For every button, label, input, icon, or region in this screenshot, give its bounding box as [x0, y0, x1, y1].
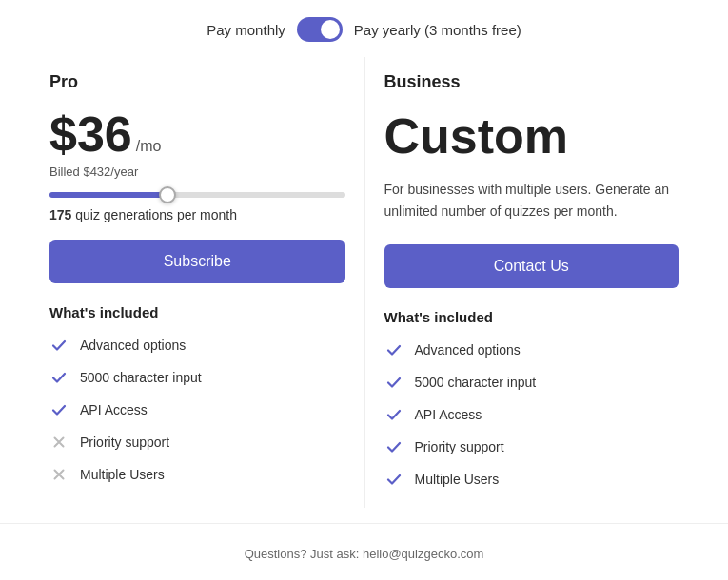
- toggle-thumb: [321, 20, 340, 39]
- pro-billed-row: Billed $432/year: [49, 164, 345, 179]
- billing-toggle[interactable]: [297, 17, 343, 42]
- feature-label: API Access: [415, 407, 482, 422]
- feature-label: 5000 character input: [415, 375, 537, 390]
- check-yes-icon: [384, 470, 403, 489]
- list-item: Multiple Users: [49, 465, 345, 484]
- subscribe-button[interactable]: Subscribe: [49, 240, 345, 283]
- feature-label: Priority support: [80, 435, 169, 450]
- list-item: Multiple Users: [384, 470, 679, 489]
- free-months-label: (3 months free): [424, 22, 521, 38]
- check-yes-icon: [49, 336, 69, 355]
- slider-fill: [49, 192, 167, 198]
- pro-feature-list: Advanced options 5000 character input AP…: [49, 336, 345, 484]
- business-plan-name: Business: [384, 72, 679, 92]
- pay-monthly-label: Pay monthly: [207, 22, 285, 38]
- pro-plan-column: Pro $36 /mo Billed $432/year 175 quiz ge…: [30, 57, 364, 508]
- quiz-slider[interactable]: [49, 192, 345, 198]
- toggle-track[interactable]: [297, 17, 343, 42]
- list-item: Advanced options: [384, 340, 679, 359]
- feature-label: Multiple Users: [80, 467, 165, 482]
- pro-plan-name: Pro: [49, 72, 345, 92]
- list-item: 5000 character input: [49, 368, 345, 387]
- feature-label: Priority support: [415, 439, 504, 454]
- pro-whats-included-title: What's included: [49, 304, 345, 320]
- feature-label: API Access: [80, 402, 148, 417]
- pricing-grid: Pro $36 /mo Billed $432/year 175 quiz ge…: [0, 57, 728, 508]
- billing-toggle-bar: Pay monthly Pay yearly (3 months free): [0, 0, 728, 57]
- slider-track: [49, 192, 345, 198]
- list-item: Priority support: [384, 437, 679, 456]
- check-yes-icon: [384, 340, 403, 359]
- check-yes-icon: [384, 373, 403, 392]
- check-yes-icon: [49, 400, 69, 419]
- pro-price-amount: $36: [49, 109, 132, 159]
- footer-note: Questions? Just ask: hello@quizgecko.com: [0, 523, 728, 580]
- check-no-icon: [49, 433, 69, 452]
- pro-price-period: /mo: [136, 138, 162, 155]
- business-custom-price: Custom: [384, 109, 679, 164]
- list-item: API Access: [384, 405, 679, 424]
- business-plan-column: Business Custom For businesses with mult…: [364, 57, 698, 508]
- list-item: Advanced options: [49, 336, 345, 355]
- quiz-count: 175 quiz generations per month: [49, 207, 345, 222]
- check-yes-icon: [384, 405, 403, 424]
- business-whats-included-title: What's included: [384, 309, 679, 325]
- contact-us-button[interactable]: Contact Us: [384, 244, 679, 288]
- business-description: For businesses with multiple users. Gene…: [384, 179, 679, 222]
- feature-label: Multiple Users: [415, 472, 500, 487]
- feature-label: Advanced options: [415, 342, 521, 358]
- check-no-icon: [49, 465, 69, 484]
- check-yes-icon: [384, 437, 403, 456]
- business-feature-list: Advanced options 5000 character input AP…: [384, 340, 679, 489]
- list-item: Priority support: [49, 433, 345, 452]
- feature-label: 5000 character input: [80, 370, 202, 385]
- feature-label: Advanced options: [80, 338, 186, 353]
- list-item: 5000 character input: [384, 373, 679, 392]
- pay-yearly-label: Pay yearly (3 months free): [354, 22, 521, 38]
- list-item: API Access: [49, 400, 345, 419]
- slider-thumb[interactable]: [159, 186, 176, 203]
- pro-price-row: $36 /mo: [49, 109, 345, 159]
- check-yes-icon: [49, 368, 69, 387]
